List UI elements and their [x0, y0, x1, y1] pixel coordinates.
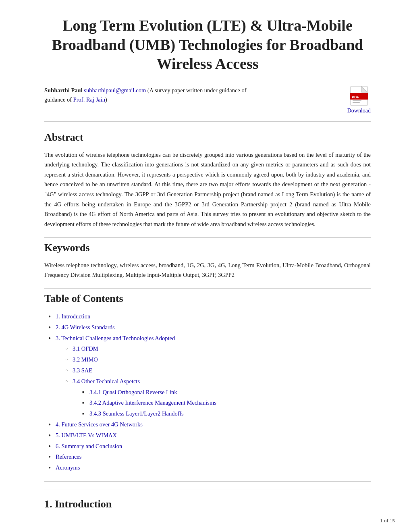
toc-item-4: 4. Future Services over 4G Networks: [48, 419, 371, 430]
toc-item-3-4-1: 3.4.1 Quasi Orthogonal Reverse Link: [82, 387, 371, 398]
advisor-end: ): [105, 96, 107, 103]
toc-section: Table of Contents 1. Introduction 2. 4G …: [44, 293, 371, 482]
toc-heading: Table of Contents: [44, 293, 371, 305]
page-container: Long Term Evolution (LTE) & Ultra-Mobile…: [20, 0, 391, 532]
toc-item-3-3: 3.3 SAE: [65, 365, 371, 376]
toc-sub-3: 3.1 OFDM 3.2 MIMO 3.3 SAE 3.4 Other Tech…: [56, 343, 371, 419]
toc-item-2: 2. 4G Wireless Standards: [48, 322, 371, 333]
toc-link-1[interactable]: 1. Introduction: [56, 313, 90, 320]
keywords-section: Keywords Wireless telephone technology, …: [44, 242, 371, 289]
toc-item-6: 6. Summary and Conclusion: [48, 441, 371, 452]
toc-link-3[interactable]: 3. Technical Challenges and Technologies…: [56, 335, 175, 341]
toc-sub2-3-4: 3.4.1 Quasi Orthogonal Reverse Link 3.4.…: [73, 387, 371, 419]
toc-list: 1. Introduction 2. 4G Wireless Standards…: [44, 311, 371, 473]
toc-item-3-1: 3.1 OFDM: [65, 343, 371, 354]
author-info: Subharthi Paul subharthipaul@gmail.com (…: [44, 86, 246, 104]
toc-link-5[interactable]: 5. UMB/LTE Vs WIMAX: [56, 432, 117, 438]
toc-link-3-3[interactable]: 3.3 SAE: [73, 367, 92, 374]
author-email-link[interactable]: subharthipaul@gmail.com: [84, 87, 146, 94]
author-description: (A survey paper written under guidance o…: [147, 87, 247, 94]
toc-item-5: 5. UMB/LTE Vs WIMAX: [48, 430, 371, 441]
svg-rect-5: [353, 102, 360, 103]
toc-item-1: 1. Introduction: [48, 311, 371, 322]
keywords-body: Wireless telephone technology, wireless …: [44, 260, 371, 280]
page-indicator: 1 of 15: [380, 517, 395, 524]
introduction-section: 1. Introduction: [44, 498, 371, 510]
toc-item-ref: References: [48, 451, 371, 462]
toc-link-3-4-1[interactable]: 3.4.1 Quasi Orthogonal Reverse Link: [89, 389, 177, 395]
svg-rect-4: [353, 100, 361, 101]
keywords-heading: Keywords: [44, 242, 371, 254]
abstract-body: The evolution of wireless telephone tech…: [44, 150, 371, 229]
advisor-link[interactable]: Prof. Raj Jain: [73, 96, 105, 103]
toc-link-3-4-2[interactable]: 3.4.2 Adaptive Interference Management M…: [89, 399, 216, 406]
toc-item-3-2: 3.2 MIMO: [65, 354, 371, 365]
toc-link-3-1[interactable]: 3.1 OFDM: [73, 345, 98, 352]
abstract-section: Abstract The evolution of wireless telep…: [44, 131, 371, 238]
download-area: PDF Download: [347, 86, 371, 114]
toc-link-2[interactable]: 2. 4G Wireless Standards: [56, 324, 115, 330]
toc-link-3-4[interactable]: 3.4 Other Technical Aspetcts: [73, 378, 140, 384]
toc-link-ref[interactable]: References: [56, 453, 81, 460]
abstract-heading: Abstract: [44, 131, 371, 143]
author-section: Subharthi Paul subharthipaul@gmail.com (…: [44, 86, 371, 122]
divider: [44, 490, 371, 490]
toc-item-3-4-2: 3.4.2 Adaptive Interference Management M…: [82, 397, 371, 408]
page-title: Long Term Evolution (LTE) & Ultra-Mobile…: [44, 16, 371, 74]
toc-link-6[interactable]: 6. Summary and Conclusion: [56, 443, 122, 449]
download-button[interactable]: Download: [347, 108, 371, 114]
toc-link-acronyms[interactable]: Acronyms: [56, 464, 80, 471]
toc-link-4[interactable]: 4. Future Services over 4G Networks: [56, 421, 143, 428]
toc-link-3-2[interactable]: 3.2 MIMO: [73, 356, 98, 363]
toc-link-3-4-3[interactable]: 3.4.3 Seamless Layer1/Layer2 Handoffs: [89, 410, 184, 417]
svg-text:PDF: PDF: [352, 95, 359, 99]
toc-item-3: 3. Technical Challenges and Technologies…: [48, 333, 371, 420]
toc-item-acronyms: Acronyms: [48, 462, 371, 473]
toc-item-3-4-3: 3.4.3 Seamless Layer1/Layer2 Handoffs: [82, 408, 371, 419]
title-section: Long Term Evolution (LTE) & Ultra-Mobile…: [44, 16, 371, 74]
author-name: Subharthi Paul: [44, 87, 83, 94]
toc-item-3-4: 3.4 Other Technical Aspetcts 3.4.1 Quasi…: [65, 376, 371, 419]
introduction-heading: 1. Introduction: [44, 498, 371, 510]
guidance-text: guidance of: [44, 96, 73, 103]
pdf-icon: PDF: [350, 86, 368, 106]
